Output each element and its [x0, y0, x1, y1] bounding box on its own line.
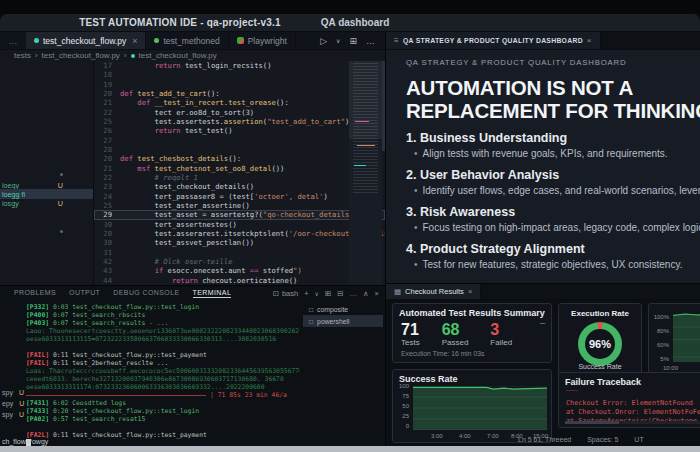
collapse-icon[interactable]: – — [540, 318, 545, 328]
split-editor-icon[interactable]: ⊞ — [349, 36, 357, 46]
summary-card: Automated Test Results Summary – 71 Test… — [392, 303, 552, 363]
code-line[interactable]: 23 test_checkout_details() — [94, 182, 385, 191]
tab-debug-console[interactable]: DEBUG CONSOLE — [113, 289, 179, 298]
more-icon[interactable]: … — [350, 289, 358, 298]
tab-checkout-results[interactable]: ▦ Checkout Results × — [386, 284, 481, 299]
minimap-viewport[interactable] — [349, 61, 382, 139]
tab-playwright[interactable]: Playwright — [229, 32, 296, 49]
traceback-line: at Checkout.Onror: ElementNotFoFe — [566, 408, 700, 417]
right-tab-strip: ≡ QA STRATEGY & PRODUCT QUALITY DASHBOAR… — [385, 32, 700, 50]
code-line[interactable]: 25 test.assertests.assertion("test_add_t… — [94, 117, 385, 126]
breadcrumb-part[interactable]: test_checkout_flow.py — [139, 51, 217, 60]
terminal-line: [FA2L] 0:11 test_checkout_flow.py::test_… — [26, 431, 300, 439]
line-number: 27 — [94, 136, 120, 145]
code-text: tert_passaser8 = (test['octoer', detal') — [120, 192, 328, 201]
explorer-more-icon[interactable]: … — [0, 32, 26, 49]
code-text: test_asset = assertestg?("qo-checkout_de… — [120, 210, 359, 219]
breadcrumb[interactable]: tests › test_checkout_flow.py › test_che… — [0, 50, 385, 61]
explorer-item[interactable]: spyU — [2, 411, 24, 418]
code-line[interactable]: 28 — [94, 145, 385, 154]
code-text: test_checkout_details() — [120, 182, 254, 191]
code-line[interactable]: 21 def __test_in_recert.test_orease(): — [94, 98, 385, 107]
code-line[interactable]: 25 test_aster_assertine() — [94, 201, 385, 210]
terminal-dropdown-icon[interactable]: ∨ — [315, 290, 319, 297]
line-number: 28 — [94, 145, 120, 154]
explorer-item[interactable]: epyU — [2, 400, 24, 407]
traceback-line: Checkout Error: ElementNotFound — [566, 399, 700, 408]
playwright-icon — [237, 37, 244, 44]
code-line[interactable]: 20def test_add_te_cart(): — [94, 89, 385, 98]
qa-heading-line2: REPLACEMENT FOR THINKING — [406, 99, 700, 122]
tab-output[interactable]: OUTPUT — [69, 289, 100, 298]
code-line[interactable]: 29 test_asset = assertestg?("qo-checkout… — [94, 210, 385, 219]
maximize-panel-icon[interactable]: ∧ — [363, 289, 369, 298]
code-line[interactable]: 24 tert_passaser8 = (test['octoer', deta… — [94, 192, 385, 201]
terminal-line: oese6033313113115=0723222335806637060333… — [26, 335, 300, 343]
traceback-scrollbar[interactable] — [565, 421, 700, 424]
code-line[interactable]: 18 — [94, 70, 385, 79]
split-terminal-icon[interactable]: ⊞ — [325, 289, 331, 298]
new-terminal-icon[interactable]: + — [304, 289, 308, 298]
code-line[interactable]: 26 return test_test() — [94, 126, 385, 135]
code-line[interactable]: 30 test_assvet_pesctlan()) — [94, 238, 385, 247]
y-tick: 0 — [395, 423, 409, 429]
code-text: tert_assertnestes() — [120, 220, 237, 229]
status-cursor-position[interactable]: Ln 5 61, Threeed — [518, 436, 571, 443]
tab-test-checkout-flow[interactable]: test_checkout_flow.py × — [26, 32, 146, 49]
session-composite[interactable]: □ composite — [303, 303, 383, 315]
code-line[interactable]: 20def test_chesbost_details(): — [94, 154, 385, 163]
shell-selector[interactable]: ⊡ bash — [273, 289, 299, 298]
breadcrumb-part[interactable]: tests — [14, 51, 31, 60]
terminal-output[interactable]: [P332] 0:03 test_checkout_flow.py::test_… — [0, 303, 300, 446]
explorer-item[interactable]: losgyU — [0, 198, 93, 208]
terminal-line: [P332] 0:03 test_checkout_flow.py::test_… — [26, 303, 300, 311]
code-text: test_assvet_pesctlan()) — [120, 238, 254, 247]
minimap[interactable] — [349, 61, 382, 285]
close-icon[interactable]: × — [132, 36, 137, 46]
code-text: # reqolt 1 — [120, 173, 198, 182]
tab-terminal[interactable]: TERMINAL — [193, 289, 232, 298]
file-explorer[interactable]: loegyUloegg filosgyUepyUepyUpyU — [0, 61, 93, 285]
trend-chart — [673, 312, 700, 362]
tab-label: test_methoned — [163, 36, 219, 46]
file-dot-icon — [154, 38, 159, 43]
terminal-actions: ⊡ bash + ∨ ⊞ ⊟ … ∧ × — [273, 289, 385, 298]
code-line[interactable]: 22 # reqolt 1 — [94, 173, 385, 182]
close-icon[interactable]: × — [468, 287, 472, 296]
terminal-session-list: □ composite □ powershell — [303, 303, 383, 327]
close-icon[interactable]: × — [587, 36, 592, 45]
tab-test-methoned[interactable]: test_methoned — [146, 32, 228, 49]
line-number: 18 — [94, 70, 120, 79]
close-panel-icon[interactable]: × — [375, 289, 379, 298]
code-line[interactable]: 31 — [94, 248, 385, 257]
code-text: return test_test() — [120, 126, 233, 135]
session-powershell[interactable]: □ powershell — [303, 315, 383, 327]
terminal-line: [P400] 0:07 test_search_rbscits — [26, 311, 300, 319]
code-line[interactable]: 19 — [94, 80, 385, 89]
breadcrumb-part[interactable]: test_checkout_flow.py — [42, 51, 120, 60]
code-line[interactable]: 43 if esocc.onecest.aunt == stoffed") — [94, 266, 385, 275]
terminal-line: ceeedt6033. bereche32713200037940306e867… — [26, 375, 300, 383]
qa-section-bullet: •Focus testing on high-impact areas, leg… — [414, 222, 700, 233]
shell-box-icon: ⊡ — [273, 289, 279, 298]
code-line[interactable]: 27 — [94, 136, 385, 145]
code-line[interactable]: 30 tert_assertnestes() — [94, 220, 385, 229]
gauge-value: 96% — [578, 322, 622, 366]
status-encoding[interactable]: UT — [634, 436, 643, 443]
explorer-item[interactable]: spyU — [2, 389, 24, 396]
code-line[interactable]: 21 msf test_chetsnot_set_oo8_detal()) — [94, 164, 385, 173]
status-spaces[interactable]: Spaces: 5 — [587, 436, 618, 443]
kill-terminal-icon[interactable]: ⊟ — [337, 289, 343, 298]
run-icon[interactable]: ▷ — [320, 36, 327, 46]
code-line[interactable]: 22 tect er.oo8d_to_sort(3) — [94, 108, 385, 117]
code-line[interactable]: 42 # Olck oser-teille — [94, 257, 385, 266]
more-actions-icon[interactable]: … — [366, 36, 375, 46]
qa-section-bullet: •Test for new features, strategic object… — [414, 259, 700, 270]
stat-value: 71 — [401, 321, 420, 338]
code-line[interactable]: 17 return test_login_recsits() — [94, 61, 385, 70]
tab-qa-dashboard[interactable]: ≡ QA STRATEGY & PRODUCT QUALITY DASHBOAR… — [386, 32, 601, 49]
run-dropdown-icon[interactable]: ∨ — [336, 37, 340, 44]
code-line[interactable]: 20 test.asserarest.itsetckptslent('/oor-… — [94, 229, 385, 238]
code-line[interactable]: 44 return checout.oerticatiene() — [94, 276, 385, 285]
code-editor[interactable]: 17 return test_login_recsits()181920def … — [93, 61, 385, 285]
